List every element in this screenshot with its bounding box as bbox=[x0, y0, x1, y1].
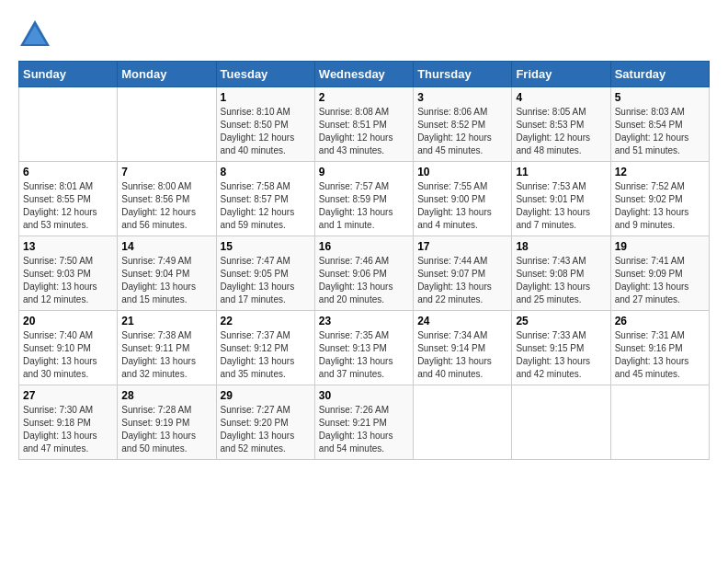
logo-icon bbox=[18, 18, 51, 52]
day-number: 24 bbox=[417, 315, 507, 327]
calendar-cell: 26Sunrise: 7:31 AM Sunset: 9:16 PM Dayli… bbox=[610, 311, 709, 385]
page-header bbox=[18, 18, 710, 52]
calendar-cell bbox=[414, 385, 512, 460]
calendar-cell: 27Sunrise: 7:30 AM Sunset: 9:18 PM Dayli… bbox=[19, 385, 118, 460]
calendar-cell: 7Sunrise: 8:00 AM Sunset: 8:56 PM Daylig… bbox=[118, 162, 216, 236]
weekday-header-monday: Monday bbox=[118, 62, 216, 87]
calendar-cell: 14Sunrise: 7:49 AM Sunset: 9:04 PM Dayli… bbox=[118, 236, 216, 311]
calendar-cell: 20Sunrise: 7:40 AM Sunset: 9:10 PM Dayli… bbox=[19, 311, 118, 385]
calendar-cell bbox=[118, 87, 216, 162]
weekday-header-friday: Friday bbox=[512, 62, 610, 87]
day-number: 3 bbox=[417, 91, 507, 104]
day-number: 6 bbox=[23, 166, 113, 178]
calendar-cell: 21Sunrise: 7:38 AM Sunset: 9:11 PM Dayli… bbox=[118, 311, 216, 385]
calendar-cell: 19Sunrise: 7:41 AM Sunset: 9:09 PM Dayli… bbox=[610, 236, 709, 311]
calendar-week-1: 1Sunrise: 8:10 AM Sunset: 8:50 PM Daylig… bbox=[19, 87, 710, 162]
calendar-cell: 2Sunrise: 8:08 AM Sunset: 8:51 PM Daylig… bbox=[314, 87, 413, 162]
day-info: Sunrise: 7:41 AM Sunset: 9:09 PM Dayligh… bbox=[615, 255, 705, 306]
day-info: Sunrise: 8:00 AM Sunset: 8:56 PM Dayligh… bbox=[121, 180, 211, 232]
day-info: Sunrise: 7:35 AM Sunset: 9:13 PM Dayligh… bbox=[319, 329, 409, 381]
day-info: Sunrise: 7:31 AM Sunset: 9:16 PM Dayligh… bbox=[615, 329, 705, 381]
day-number: 15 bbox=[221, 240, 311, 253]
calendar-week-3: 13Sunrise: 7:50 AM Sunset: 9:03 PM Dayli… bbox=[19, 236, 710, 311]
calendar-cell: 25Sunrise: 7:33 AM Sunset: 9:15 PM Dayli… bbox=[512, 311, 610, 385]
weekday-header-saturday: Saturday bbox=[610, 62, 709, 87]
day-info: Sunrise: 7:28 AM Sunset: 9:19 PM Dayligh… bbox=[121, 404, 211, 455]
day-number: 4 bbox=[516, 91, 606, 104]
calendar-table: SundayMondayTuesdayWednesdayThursdayFrid… bbox=[18, 61, 710, 460]
day-info: Sunrise: 7:49 AM Sunset: 9:04 PM Dayligh… bbox=[121, 255, 211, 306]
day-info: Sunrise: 7:40 AM Sunset: 9:10 PM Dayligh… bbox=[23, 329, 113, 381]
day-info: Sunrise: 7:47 AM Sunset: 9:05 PM Dayligh… bbox=[221, 255, 311, 306]
day-number: 28 bbox=[121, 389, 211, 402]
calendar-cell: 18Sunrise: 7:43 AM Sunset: 9:08 PM Dayli… bbox=[512, 236, 610, 311]
day-info: Sunrise: 7:34 AM Sunset: 9:14 PM Dayligh… bbox=[417, 329, 507, 381]
calendar-cell bbox=[512, 385, 610, 460]
day-number: 20 bbox=[23, 315, 113, 327]
calendar-cell: 4Sunrise: 8:05 AM Sunset: 8:53 PM Daylig… bbox=[512, 87, 610, 162]
day-info: Sunrise: 8:10 AM Sunset: 8:50 PM Dayligh… bbox=[221, 106, 311, 157]
day-info: Sunrise: 7:46 AM Sunset: 9:06 PM Dayligh… bbox=[319, 255, 409, 306]
day-info: Sunrise: 7:53 AM Sunset: 9:01 PM Dayligh… bbox=[516, 180, 606, 232]
logo bbox=[18, 18, 55, 52]
day-info: Sunrise: 7:44 AM Sunset: 9:07 PM Dayligh… bbox=[417, 255, 507, 306]
calendar-cell: 28Sunrise: 7:28 AM Sunset: 9:19 PM Dayli… bbox=[118, 385, 216, 460]
day-number: 5 bbox=[615, 91, 705, 104]
day-number: 27 bbox=[23, 389, 113, 402]
day-info: Sunrise: 7:52 AM Sunset: 9:02 PM Dayligh… bbox=[615, 180, 705, 232]
calendar-week-4: 20Sunrise: 7:40 AM Sunset: 9:10 PM Dayli… bbox=[19, 311, 710, 385]
calendar-cell: 30Sunrise: 7:26 AM Sunset: 9:21 PM Dayli… bbox=[314, 385, 413, 460]
calendar-cell: 29Sunrise: 7:27 AM Sunset: 9:20 PM Dayli… bbox=[216, 385, 314, 460]
weekday-header-thursday: Thursday bbox=[414, 62, 512, 87]
day-number: 13 bbox=[23, 240, 113, 253]
day-number: 21 bbox=[121, 315, 211, 327]
day-info: Sunrise: 7:27 AM Sunset: 9:20 PM Dayligh… bbox=[221, 404, 311, 455]
day-number: 17 bbox=[417, 240, 507, 253]
day-number: 12 bbox=[615, 166, 705, 178]
day-info: Sunrise: 7:43 AM Sunset: 9:08 PM Dayligh… bbox=[516, 255, 606, 306]
calendar-cell: 8Sunrise: 7:58 AM Sunset: 8:57 PM Daylig… bbox=[216, 162, 314, 236]
day-number: 26 bbox=[615, 315, 705, 327]
day-number: 16 bbox=[319, 240, 409, 253]
weekday-header-row: SundayMondayTuesdayWednesdayThursdayFrid… bbox=[19, 62, 710, 87]
day-number: 22 bbox=[221, 315, 311, 327]
day-number: 19 bbox=[615, 240, 705, 253]
calendar-cell bbox=[19, 87, 118, 162]
day-number: 30 bbox=[319, 389, 409, 402]
day-number: 11 bbox=[516, 166, 606, 178]
weekday-header-tuesday: Tuesday bbox=[216, 62, 314, 87]
day-info: Sunrise: 7:30 AM Sunset: 9:18 PM Dayligh… bbox=[23, 404, 113, 455]
day-number: 14 bbox=[121, 240, 211, 253]
calendar-cell: 24Sunrise: 7:34 AM Sunset: 9:14 PM Dayli… bbox=[414, 311, 512, 385]
day-number: 2 bbox=[319, 91, 409, 104]
day-number: 9 bbox=[319, 166, 409, 178]
calendar-cell: 9Sunrise: 7:57 AM Sunset: 8:59 PM Daylig… bbox=[314, 162, 413, 236]
day-number: 1 bbox=[221, 91, 311, 104]
day-info: Sunrise: 8:08 AM Sunset: 8:51 PM Dayligh… bbox=[319, 106, 409, 157]
day-number: 25 bbox=[516, 315, 606, 327]
day-info: Sunrise: 8:06 AM Sunset: 8:52 PM Dayligh… bbox=[417, 106, 507, 157]
day-number: 18 bbox=[516, 240, 606, 253]
calendar-cell: 1Sunrise: 8:10 AM Sunset: 8:50 PM Daylig… bbox=[216, 87, 314, 162]
calendar-cell: 22Sunrise: 7:37 AM Sunset: 9:12 PM Dayli… bbox=[216, 311, 314, 385]
day-info: Sunrise: 7:57 AM Sunset: 8:59 PM Dayligh… bbox=[319, 180, 409, 232]
calendar-cell: 3Sunrise: 8:06 AM Sunset: 8:52 PM Daylig… bbox=[414, 87, 512, 162]
day-info: Sunrise: 7:50 AM Sunset: 9:03 PM Dayligh… bbox=[23, 255, 113, 306]
day-number: 10 bbox=[417, 166, 507, 178]
calendar-cell: 6Sunrise: 8:01 AM Sunset: 8:55 PM Daylig… bbox=[19, 162, 118, 236]
day-info: Sunrise: 7:33 AM Sunset: 9:15 PM Dayligh… bbox=[516, 329, 606, 381]
calendar-week-2: 6Sunrise: 8:01 AM Sunset: 8:55 PM Daylig… bbox=[19, 162, 710, 236]
day-info: Sunrise: 8:05 AM Sunset: 8:53 PM Dayligh… bbox=[516, 106, 606, 157]
day-info: Sunrise: 8:03 AM Sunset: 8:54 PM Dayligh… bbox=[615, 106, 705, 157]
day-info: Sunrise: 7:26 AM Sunset: 9:21 PM Dayligh… bbox=[319, 404, 409, 455]
day-info: Sunrise: 8:01 AM Sunset: 8:55 PM Dayligh… bbox=[23, 180, 113, 232]
calendar-cell: 10Sunrise: 7:55 AM Sunset: 9:00 PM Dayli… bbox=[414, 162, 512, 236]
calendar-cell: 5Sunrise: 8:03 AM Sunset: 8:54 PM Daylig… bbox=[610, 87, 709, 162]
calendar-cell: 11Sunrise: 7:53 AM Sunset: 9:01 PM Dayli… bbox=[512, 162, 610, 236]
calendar-cell: 15Sunrise: 7:47 AM Sunset: 9:05 PM Dayli… bbox=[216, 236, 314, 311]
day-number: 8 bbox=[221, 166, 311, 178]
day-info: Sunrise: 7:58 AM Sunset: 8:57 PM Dayligh… bbox=[221, 180, 311, 232]
calendar-cell: 12Sunrise: 7:52 AM Sunset: 9:02 PM Dayli… bbox=[610, 162, 709, 236]
calendar-cell: 23Sunrise: 7:35 AM Sunset: 9:13 PM Dayli… bbox=[314, 311, 413, 385]
calendar-cell: 16Sunrise: 7:46 AM Sunset: 9:06 PM Dayli… bbox=[314, 236, 413, 311]
